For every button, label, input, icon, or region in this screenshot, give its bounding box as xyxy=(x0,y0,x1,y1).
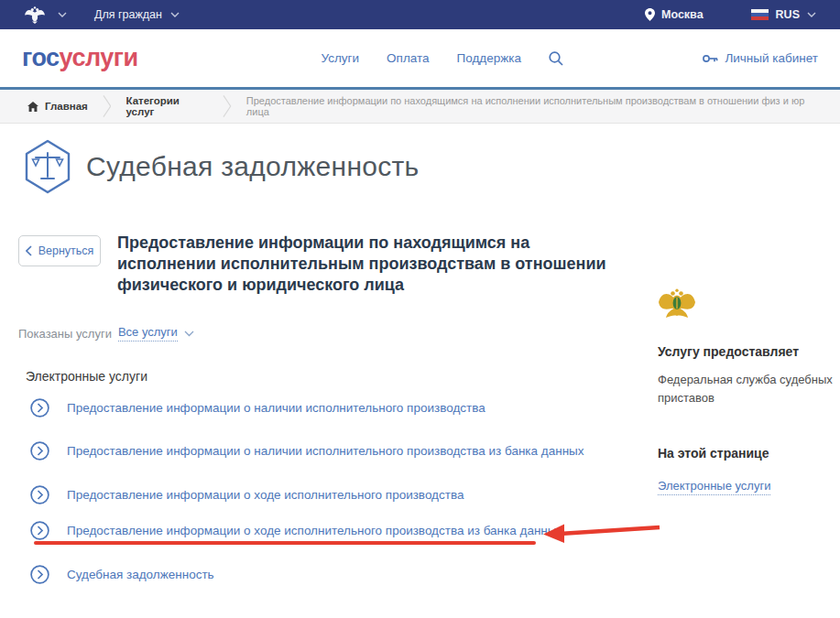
provider-heading: Услугу предоставляет xyxy=(658,344,834,359)
search-icon[interactable] xyxy=(549,51,563,66)
breadcrumb-separator-icon xyxy=(223,94,232,118)
circle-chevron-icon xyxy=(30,398,49,417)
service-link-1[interactable]: Предоставление информации о наличии испо… xyxy=(30,398,485,417)
circle-chevron-icon xyxy=(30,441,49,461)
flag-ru-icon xyxy=(751,9,769,20)
page-title-row: Судебная задолженность xyxy=(23,139,420,194)
breadcrumb-home[interactable]: Главная xyxy=(27,101,88,112)
circle-chevron-icon xyxy=(30,565,49,584)
chevron-down-icon[interactable] xyxy=(184,331,194,337)
service-link-2[interactable]: Предоставление информации о наличии испо… xyxy=(30,441,584,461)
service-link-3[interactable]: Предоставление информации о ходе исполни… xyxy=(30,485,464,504)
red-arrow-annotation xyxy=(541,519,662,545)
header: госуслуги Услуги Оплата Поддержка Личный… xyxy=(0,29,840,87)
fssp-emblem-icon xyxy=(658,287,696,320)
key-icon xyxy=(703,54,718,63)
sidebar: Услугу предоставляет Федеральная служба … xyxy=(658,287,834,495)
location-label: Москва xyxy=(661,8,704,21)
services-filter: Показаны услуги Все услуги xyxy=(18,325,194,342)
service-group-heading: Предоставление информации по находящимся… xyxy=(117,233,623,296)
chevron-left-icon xyxy=(26,245,32,256)
scales-hexagon-icon xyxy=(23,139,72,194)
page-title: Судебная задолженность xyxy=(86,151,420,182)
service-link-label: Судебная задолженность xyxy=(67,568,214,581)
chevron-down-icon xyxy=(807,12,816,17)
back-button[interactable]: Вернуться xyxy=(18,235,101,266)
breadcrumb-separator-icon xyxy=(103,94,112,118)
account-label: Личный кабинет xyxy=(725,51,818,65)
service-link-label: Предоставление информации о наличии испо… xyxy=(67,444,584,458)
account-link[interactable]: Личный кабинет xyxy=(703,51,818,65)
section-heading-electronic-services: Электронные услуги xyxy=(26,369,147,384)
language-label: RUS xyxy=(776,8,800,21)
coat-of-arms-dropdown[interactable] xyxy=(24,5,67,24)
circle-chevron-icon xyxy=(30,485,49,504)
circle-chevron-icon xyxy=(30,521,49,540)
nav-payment[interactable]: Оплата xyxy=(387,51,429,65)
filter-label: Показаны услуги xyxy=(18,327,112,341)
red-underline-annotation xyxy=(34,541,536,545)
audience-dropdown[interactable]: Для граждан xyxy=(94,8,180,21)
logo-text-red: услуги xyxy=(60,44,138,71)
service-link-label: Предоставление информации о ходе исполни… xyxy=(67,524,562,537)
service-link-5[interactable]: Судебная задолженность xyxy=(30,565,214,584)
on-page-heading: На этой странице xyxy=(658,446,834,461)
nav-services[interactable]: Услуги xyxy=(322,51,360,65)
chevron-down-icon xyxy=(170,12,180,17)
provider-name: Федеральная служба судебных приставов xyxy=(658,371,834,407)
location-pin-icon xyxy=(645,8,655,21)
logo[interactable]: госуслуги xyxy=(22,44,138,72)
topbar: Для граждан Москва RUS xyxy=(0,0,840,29)
service-link-label: Предоставление информации о ходе исполни… xyxy=(67,488,464,502)
language-selector[interactable]: RUS xyxy=(751,8,816,21)
coat-of-arms-icon xyxy=(24,5,46,24)
on-page-link-electronic-services[interactable]: Электронные услуги xyxy=(658,479,770,495)
filter-dropdown[interactable]: Все услуги xyxy=(118,325,178,342)
logo-text-blue: гос xyxy=(22,44,60,71)
breadcrumb-category[interactable]: Категории услуг xyxy=(125,95,208,117)
breadcrumb: Главная Категории услуг Предоставление и… xyxy=(0,90,840,124)
main-nav: Услуги Оплата Поддержка xyxy=(322,51,563,66)
service-link-label: Предоставление информации о наличии испо… xyxy=(67,401,485,415)
chevron-down-icon xyxy=(58,12,67,17)
breadcrumb-home-label: Главная xyxy=(45,101,88,112)
back-button-label: Вернуться xyxy=(38,244,94,257)
audience-label: Для граждан xyxy=(94,8,162,21)
home-icon xyxy=(27,102,38,112)
nav-support[interactable]: Поддержка xyxy=(457,51,521,65)
breadcrumb-current: Предоставление информации по находящимся… xyxy=(246,95,813,117)
service-link-4-highlighted[interactable]: Предоставление информации о ходе исполни… xyxy=(30,521,562,540)
location-selector[interactable]: Москва xyxy=(645,8,704,21)
